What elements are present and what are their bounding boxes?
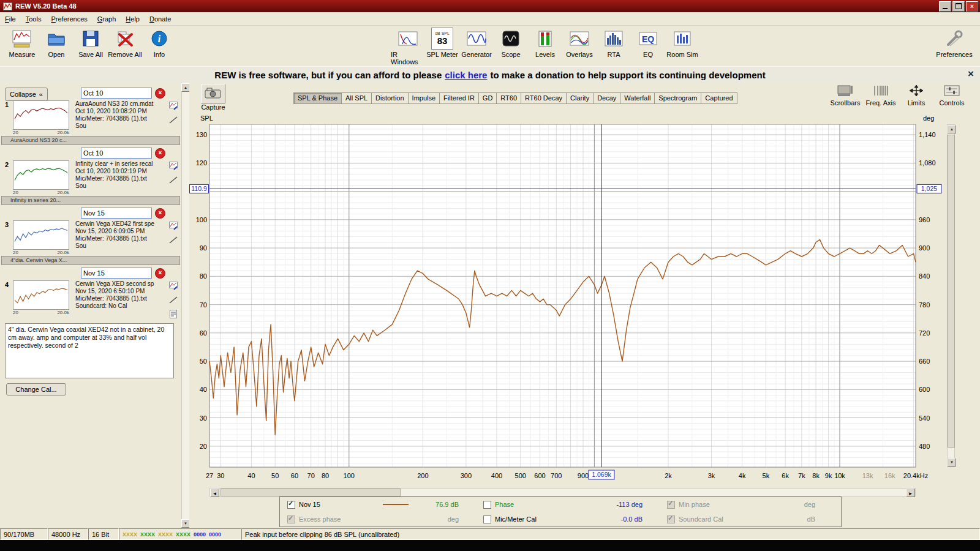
- measurement-collapsed-tab[interactable]: Infinity in series 20...: [1, 196, 180, 205]
- delete-measurement-icon[interactable]: ×: [155, 268, 165, 279]
- toolbar-center-levels-button[interactable]: Levels: [528, 28, 562, 66]
- vertical-scrollbar[interactable]: ▲ ▼: [947, 124, 955, 467]
- menu-donate[interactable]: Donate: [145, 13, 176, 24]
- legend-checkbox-mic-meter-cal[interactable]: [483, 515, 491, 523]
- tab-spl-phase[interactable]: SPL & Phase: [293, 92, 342, 104]
- toolbar-center-eq-button[interactable]: EQEQ: [631, 28, 665, 66]
- vscroll-thumb[interactable]: [948, 135, 955, 448]
- legend-checkbox-phase[interactable]: [483, 501, 491, 509]
- measurement-collapsed-tab[interactable]: AuraAound NS3 20 c...: [1, 136, 180, 145]
- legend-checkbox-soundcard-cal[interactable]: [667, 515, 675, 523]
- menu-tools[interactable]: Tools: [21, 13, 47, 24]
- toolbar-center-overlays-button[interactable]: Overlays: [562, 28, 597, 66]
- slope-icon[interactable]: [169, 116, 178, 127]
- slope-icon[interactable]: [169, 296, 178, 307]
- svg-text:40: 40: [247, 472, 255, 479]
- collapse-button[interactable]: Collapse «: [5, 88, 48, 101]
- controls-button[interactable]: Controls: [934, 84, 970, 107]
- tab-spectrogram[interactable]: Spectrogram: [655, 92, 701, 104]
- legend-cell: deg: [422, 515, 459, 523]
- toolbar-left-info-button[interactable]: iInfo: [142, 28, 176, 58]
- hscroll-thumb[interactable]: [221, 489, 401, 497]
- tab-rt60-decay[interactable]: RT60 Decay: [521, 92, 567, 104]
- tab-gd[interactable]: GD: [479, 92, 497, 104]
- toolbar-left-measure-button[interactable]: Measure: [5, 28, 39, 58]
- limits-button[interactable]: Limits: [899, 84, 934, 107]
- graph-scroll-up-icon[interactable]: ▲: [948, 125, 956, 133]
- toolbar-center-ir-windows-button[interactable]: IR Windows: [391, 28, 425, 66]
- toolbar-left-open-button[interactable]: Open: [39, 28, 74, 58]
- legend-checkbox-min-phase[interactable]: [667, 501, 675, 509]
- graph-pen-icon[interactable]: [169, 162, 178, 173]
- tab-all-spl[interactable]: All SPL: [342, 92, 372, 104]
- toolbar-center-scope-button[interactable]: Scope: [494, 28, 528, 66]
- scrollbars-button[interactable]: Scrollbars: [827, 84, 863, 107]
- measurement-number: 2: [5, 160, 13, 195]
- measurement-thumbnail[interactable]: [13, 160, 69, 190]
- capture-button[interactable]: [201, 84, 225, 103]
- measurement-entry-3[interactable]: ×32020.0kCerwin Vega XED42 first speNov …: [1, 206, 180, 255]
- legend-checkbox-excess-phase[interactable]: [287, 515, 295, 523]
- graph-pen-icon[interactable]: [169, 282, 178, 293]
- measurement-name-input[interactable]: [81, 208, 152, 219]
- donation-link[interactable]: click here: [445, 70, 487, 80]
- measurement-soundcard: Sou: [75, 122, 168, 130]
- toolbar-right-preferences-button[interactable]: Preferences: [937, 28, 971, 58]
- measurement-entry-2[interactable]: ×22020.0kInfinity clear + in series reca…: [1, 146, 180, 195]
- measurement-name-input[interactable]: [81, 268, 152, 279]
- measurement-collapsed-tab[interactable]: 4"dia. Cerwin Vega X...: [1, 256, 180, 265]
- banner-close-icon[interactable]: ×: [968, 68, 974, 80]
- vscroll-track[interactable]: [948, 133, 954, 458]
- toolbar-center-generator-button[interactable]: Generator: [459, 28, 494, 66]
- measurement-notes[interactable]: 4" dia. Cerwin Vega coaxial XED42 not in…: [5, 323, 174, 378]
- measurement-thumbnail[interactable]: [13, 100, 69, 130]
- hscroll-track[interactable]: [219, 489, 906, 496]
- change-cal-button[interactable]: Change Cal...: [6, 383, 66, 395]
- scroll-right-icon[interactable]: ▶: [906, 489, 915, 497]
- toolbar-left-save-all-button[interactable]: Save All: [74, 28, 108, 58]
- toolbar-center-spl-meter-button[interactable]: dB SPL83SPL Meter: [425, 28, 459, 66]
- maximize-button[interactable]: [952, 1, 965, 12]
- tab-filtered-ir[interactable]: Filtered IR: [440, 92, 479, 104]
- tab-rt60[interactable]: RT60: [497, 92, 521, 104]
- tab-decay[interactable]: Decay: [594, 92, 620, 104]
- sidebar-scroll-down-icon[interactable]: ▼: [181, 519, 190, 528]
- measurement-info: Infinity clear + in series recalOct 10, …: [74, 160, 168, 195]
- slope-icon[interactable]: [169, 176, 178, 187]
- minimize-button[interactable]: [939, 1, 951, 12]
- delete-measurement-icon[interactable]: ×: [155, 88, 165, 99]
- delete-measurement-icon[interactable]: ×: [155, 208, 165, 219]
- menu-help[interactable]: Help: [121, 13, 145, 24]
- measurement-thumbnail[interactable]: [13, 280, 69, 310]
- measurement-name-input[interactable]: [81, 148, 152, 159]
- tab-captured[interactable]: Captured: [701, 92, 737, 104]
- graph-pen-icon[interactable]: [169, 102, 178, 113]
- tab-distortion[interactable]: Distortion: [372, 92, 408, 104]
- spl-chart[interactable]: 13012010090807060504030201,1401,08096090…: [189, 124, 955, 489]
- sidebar-scrollbar[interactable]: ▲ ▼: [181, 83, 189, 528]
- measurement-entry-4[interactable]: ×42020.0kCerwin Vega XED second spNov 15…: [1, 266, 180, 321]
- notes-icon[interactable]: [170, 310, 177, 321]
- tab-impulse[interactable]: Impulse: [409, 92, 440, 104]
- menu-preferences[interactable]: Preferences: [46, 13, 92, 24]
- toolbar-center-room-sim-button[interactable]: Room Sim: [665, 28, 699, 66]
- freq-axis-button[interactable]: Freq. Axis: [863, 84, 899, 107]
- measurement-thumbnail[interactable]: [13, 220, 69, 250]
- slope-icon[interactable]: [169, 236, 178, 247]
- graph-pen-icon[interactable]: [169, 222, 178, 233]
- tab-clarity[interactable]: Clarity: [567, 92, 594, 104]
- menu-graph[interactable]: Graph: [92, 13, 121, 24]
- close-button[interactable]: ×: [966, 1, 978, 12]
- toolbar-center-rta-button[interactable]: RTA: [597, 28, 631, 66]
- menu-file[interactable]: File: [0, 13, 21, 24]
- toolbar-left-remove-all-button[interactable]: Remove All: [108, 28, 142, 58]
- graph-scroll-down-icon[interactable]: ▼: [948, 458, 956, 467]
- delete-measurement-icon[interactable]: ×: [155, 148, 165, 159]
- scroll-left-icon[interactable]: ◀: [210, 489, 219, 497]
- plot-area[interactable]: 13012010090807060504030201,1401,08096090…: [189, 124, 955, 489]
- measurement-name-input[interactable]: [81, 88, 152, 99]
- tab-waterfall[interactable]: Waterfall: [620, 92, 655, 104]
- horizontal-scrollbar[interactable]: ◀ ▶: [209, 488, 916, 497]
- legend-checkbox-nov-15[interactable]: [287, 501, 295, 509]
- sidebar-scroll-up-icon[interactable]: ▲: [181, 83, 190, 92]
